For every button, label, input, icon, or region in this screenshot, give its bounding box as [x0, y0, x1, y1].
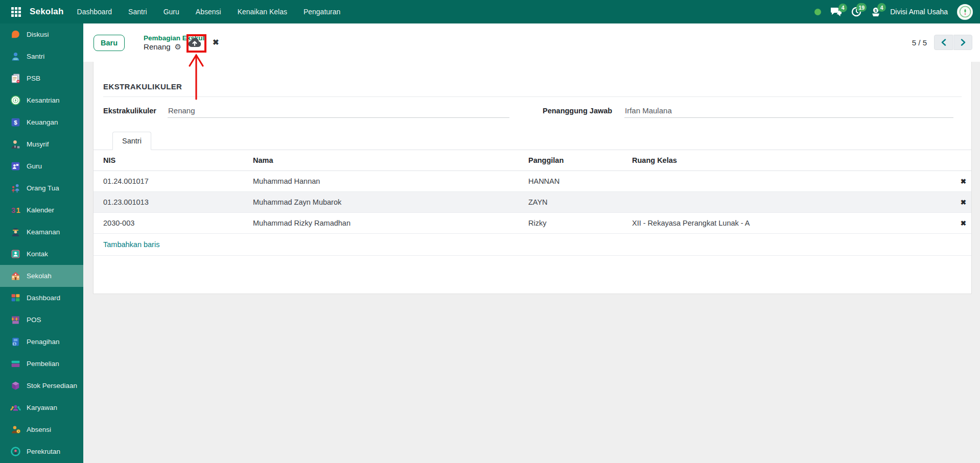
- parent-child-icon: [10, 183, 21, 194]
- sidebar-item-psb[interactable]: PSB: [0, 67, 83, 89]
- sidebar-item-keuangan[interactable]: $ Keuangan: [0, 111, 83, 133]
- sidebar-item-kontak[interactable]: Kontak: [0, 243, 83, 265]
- discard-button[interactable]: ✖: [213, 38, 219, 47]
- sidebar-item-orang-tua[interactable]: Orang Tua: [0, 177, 83, 199]
- sidebar-item-karyawan[interactable]: Karyawan: [0, 397, 83, 419]
- cell-nama[interactable]: Muhammad Hannan: [243, 171, 519, 192]
- sidebar-item-pos[interactable]: POS: [0, 309, 83, 331]
- sidebar-item-musyrif[interactable]: Musyrif: [0, 133, 83, 155]
- user-menu[interactable]: Divisi Amal Usaha: [890, 8, 948, 16]
- student-icon: [10, 51, 21, 62]
- police-officer-icon: [10, 227, 21, 238]
- people-group-icon: [10, 402, 21, 413]
- chevron-right-icon: [960, 39, 966, 46]
- cell-nama[interactable]: Muhammad Rizky Ramadhan: [243, 213, 519, 234]
- cell-panggilan[interactable]: ZAYN: [519, 192, 622, 213]
- navbar-systray: 4 19 $ 4 Divisi Amal Usaha: [814, 4, 973, 20]
- shop-awning-icon: [10, 314, 21, 326]
- cell-nama[interactable]: Muhammad Zayn Mubarok: [243, 192, 519, 213]
- sidebar-item-kesantrian[interactable]: Kesantrian: [0, 89, 83, 111]
- cloud-upload-icon: [188, 37, 201, 47]
- payments-badge: 4: [877, 3, 886, 12]
- activities-badge: 19: [856, 3, 867, 12]
- delete-row-icon[interactable]: ✖: [961, 199, 966, 206]
- penanggung-jawab-label: Penanggung Jawab: [543, 105, 614, 115]
- menu-pengaturan[interactable]: Pengaturan: [304, 8, 340, 16]
- registration-doc-icon: [10, 73, 21, 84]
- app-sidebar: Diskusi Santri PSB Kesantrian $ Keuangan…: [0, 23, 83, 463]
- cell-panggilan[interactable]: Rizky: [519, 213, 622, 234]
- sidebar-item-absensi[interactable]: Absensi: [0, 419, 83, 441]
- app-title[interactable]: Sekolah: [30, 7, 64, 17]
- pager-next-button[interactable]: [953, 35, 972, 50]
- delete-row-icon[interactable]: ✖: [961, 220, 966, 227]
- menu-absensi[interactable]: Absensi: [196, 8, 221, 16]
- menu-dashboard[interactable]: Dashboard: [77, 8, 112, 16]
- menu-guru[interactable]: Guru: [164, 8, 179, 16]
- table-row: 2030-003 Muhammad Rizky Ramadhan Rizky X…: [94, 213, 971, 234]
- tab-santri[interactable]: Santri: [112, 132, 151, 150]
- cell-ruang-kelas[interactable]: [622, 192, 949, 213]
- pager-previous-button[interactable]: [934, 35, 953, 50]
- cell-nis[interactable]: 2030-003: [94, 213, 243, 234]
- cell-ruang-kelas[interactable]: [622, 171, 949, 192]
- mentor-person-icon: [10, 139, 21, 150]
- cell-panggilan[interactable]: HANNAN: [519, 171, 622, 192]
- sidebar-item-perekrutan[interactable]: Perekrutan: [0, 441, 83, 462]
- column-panggilan[interactable]: Panggilan: [519, 150, 622, 171]
- pager-value: 5 / 5: [912, 38, 927, 47]
- sidebar-item-diskusi[interactable]: Diskusi: [0, 23, 83, 45]
- activities-icon[interactable]: 19: [851, 7, 861, 17]
- column-ruang-kelas[interactable]: Ruang Kelas: [622, 150, 949, 171]
- teacher-board-icon: [10, 161, 21, 172]
- breadcrumb-current: Renang: [144, 42, 171, 51]
- cell-nis[interactable]: 01.23.001013: [94, 192, 243, 213]
- sidebar-item-dashboard[interactable]: Dashboard: [0, 287, 83, 309]
- cell-ruang-kelas[interactable]: XII - Rekayasa Perangkat Lunak - A: [622, 213, 949, 234]
- column-nama[interactable]: Nama: [243, 150, 519, 171]
- inventory-cube-icon: [10, 380, 21, 392]
- dollar-square-icon: $: [10, 117, 21, 128]
- settings-gear-icon[interactable]: ⚙: [175, 43, 181, 51]
- sidebar-item-keamanan[interactable]: Keamanan: [0, 221, 83, 243]
- cell-nis[interactable]: 01.24.001017: [94, 171, 243, 192]
- invoice-dollar-icon: $: [10, 336, 21, 348]
- sidebar-item-santri[interactable]: Santri: [0, 45, 83, 67]
- sidebar-item-guru[interactable]: Guru: [0, 155, 83, 177]
- add-row-container: Tambahkan baris: [94, 234, 971, 256]
- tab-strip: Santri: [94, 132, 971, 150]
- table-row: 01.24.001017 Muhammad Hannan HANNAN ✖: [94, 171, 971, 192]
- section-title: EKSTRAKULIKULER: [94, 62, 971, 91]
- table-header-row: NIS Nama Panggilan Ruang Kelas: [94, 150, 971, 171]
- school-building-icon: [10, 271, 21, 282]
- record-status-actions: ✖: [188, 37, 219, 47]
- penanggung-jawab-field[interactable]: [624, 105, 953, 118]
- column-nis[interactable]: NIS: [94, 150, 243, 171]
- new-record-button[interactable]: Baru: [94, 35, 125, 51]
- add-row-link[interactable]: Tambahkan baris: [103, 240, 159, 249]
- sidebar-item-pembelian[interactable]: Pembelian: [0, 353, 83, 375]
- menu-kenaikan-kelas[interactable]: Kenaikan Kelas: [238, 8, 287, 16]
- delete-row-icon[interactable]: ✖: [961, 178, 966, 185]
- sidebar-item-penagihan[interactable]: $ Penagihan: [0, 331, 83, 353]
- notebook: Santri NIS Nama Panggilan Ruang Kelas: [94, 132, 971, 256]
- save-button[interactable]: [188, 37, 201, 47]
- top-navbar: Sekolah Dashboard Santri Guru Absensi Ke…: [0, 0, 980, 23]
- apps-grid-icon[interactable]: [7, 3, 25, 20]
- payments-icon[interactable]: $ 4: [871, 7, 881, 17]
- chevron-left-icon: [941, 39, 947, 46]
- presence-dot-icon: [814, 9, 821, 15]
- avatar[interactable]: [957, 4, 973, 20]
- messages-icon[interactable]: 4: [830, 7, 842, 17]
- sidebar-item-stok-persediaan[interactable]: Stok Persediaan: [0, 375, 83, 397]
- contact-card-icon: [10, 249, 21, 260]
- content-background: EKSTRAKULIKULER Ekstrakulikuler Penanggu…: [83, 62, 980, 463]
- dashboard-tiles-icon: [10, 293, 21, 304]
- svg-text:$: $: [14, 119, 17, 126]
- chat-blob-icon: [10, 29, 21, 40]
- section-divider: [103, 96, 962, 97]
- menu-santri[interactable]: Santri: [128, 8, 147, 16]
- ekstrakulikuler-field[interactable]: [168, 105, 509, 118]
- sidebar-item-sekolah[interactable]: Sekolah: [0, 265, 83, 287]
- sidebar-item-kalender[interactable]: 31 Kalender: [0, 199, 83, 221]
